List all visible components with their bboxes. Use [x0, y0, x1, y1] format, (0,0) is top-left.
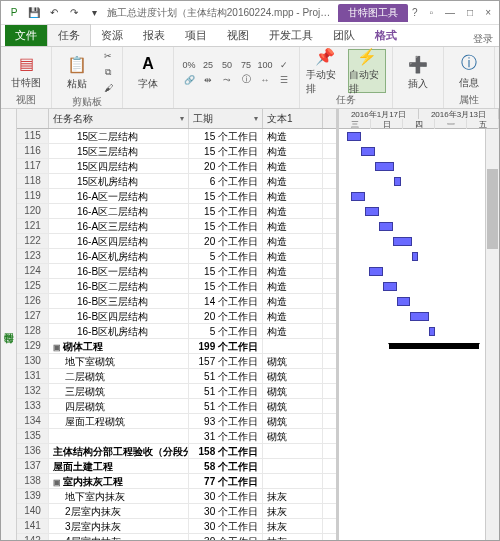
cell-name[interactable]: 15区机房结构 — [49, 174, 189, 188]
cell-duration[interactable]: 77 个工作日 — [189, 474, 263, 488]
cell-text1[interactable]: 砌筑 — [263, 369, 323, 383]
table-row[interactable]: 12816-B区机房结构5 个工作日构造 — [17, 324, 336, 339]
pct100-icon[interactable]: 100 — [256, 58, 274, 72]
link-icon[interactable]: 🔗 — [180, 73, 198, 87]
cell-duration[interactable]: 15 个工作日 — [189, 219, 263, 233]
copy-icon[interactable]: ⧉ — [100, 65, 116, 79]
cell-duration[interactable]: 199 个工作日 — [189, 339, 263, 353]
cell-text1[interactable] — [263, 474, 323, 488]
cell-name[interactable]: 16-B区机房结构 — [49, 324, 189, 338]
gantt-bar[interactable] — [383, 282, 397, 291]
manual-schedule-button[interactable]: 📌 手动安排 — [306, 49, 344, 93]
cell-name[interactable]: 16-B区二层结构 — [49, 279, 189, 293]
cell-name[interactable]: 屋面土建工程 — [49, 459, 189, 473]
cell-text1[interactable]: 构造 — [263, 174, 323, 188]
scrollbar-thumb[interactable] — [487, 169, 498, 249]
gantt-bar[interactable] — [351, 192, 365, 201]
tab-project[interactable]: 项目 — [175, 25, 217, 46]
cell-text1[interactable]: 抹灰 — [263, 489, 323, 503]
tab-report[interactable]: 报表 — [133, 25, 175, 46]
cell-text1[interactable]: 构造 — [263, 309, 323, 323]
table-row[interactable]: 12716-B区四层结构20 个工作日构造 — [17, 309, 336, 324]
info-button[interactable]: ⓘ 信息 — [450, 49, 488, 93]
cell-text1[interactable]: 构造 — [263, 144, 323, 158]
tab-dev[interactable]: 开发工具 — [259, 25, 323, 46]
close-icon[interactable]: × — [481, 7, 495, 18]
font-button[interactable]: A 字体 — [129, 50, 167, 94]
app-icon[interactable]: P — [5, 4, 23, 22]
expand-icon[interactable]: ▣ — [53, 478, 61, 487]
table-row[interactable]: 1424层室内抹灰30 个工作日抹灰 — [17, 534, 336, 540]
cell-name[interactable]: 16-A区三层结构 — [49, 219, 189, 233]
gantt-chart[interactable]: 2016年1月17日 2016年3月13日 三日四一五 — [339, 109, 499, 540]
col-header-name[interactable]: 任务名称▾ — [49, 109, 189, 128]
cell-text1[interactable]: 构造 — [263, 264, 323, 278]
cell-duration[interactable]: 51 个工作日 — [189, 384, 263, 398]
cell-name[interactable]: 地下室砌筑 — [49, 354, 189, 368]
tab-view[interactable]: 视图 — [217, 25, 259, 46]
format-painter-icon[interactable]: 🖌 — [100, 81, 116, 95]
cell-duration[interactable]: 30 个工作日 — [189, 534, 263, 540]
cell-duration[interactable]: 51 个工作日 — [189, 369, 263, 383]
qat-dropdown-icon[interactable]: ▾ — [85, 4, 103, 22]
vertical-scrollbar[interactable] — [485, 129, 499, 540]
table-row[interactable]: 12216-A区四层结构20 个工作日构造 — [17, 234, 336, 249]
gantt-bar[interactable] — [379, 222, 393, 231]
cell-duration[interactable]: 15 个工作日 — [189, 204, 263, 218]
cell-text1[interactable]: 构造 — [263, 249, 323, 263]
cell-text1[interactable] — [263, 339, 323, 353]
cell-name[interactable]: 3层室内抹灰 — [49, 519, 189, 533]
table-body[interactable]: 11515区二层结构15 个工作日构造11615区三层结构15 个工作日构造11… — [17, 129, 336, 540]
cell-text1[interactable]: 砌筑 — [263, 384, 323, 398]
table-row[interactable]: 130地下室砌筑157 个工作日砌筑 — [17, 354, 336, 369]
cell-name[interactable]: 15区二层结构 — [49, 129, 189, 143]
mark-icon[interactable]: ✓ — [275, 58, 293, 72]
cell-name[interactable] — [49, 429, 189, 443]
pct0-icon[interactable]: 0% — [180, 58, 198, 72]
table-row[interactable]: 11715区四层结构20 个工作日构造 — [17, 159, 336, 174]
table-row[interactable]: 138▣室内抹灰工程77 个工作日 — [17, 474, 336, 489]
cell-text1[interactable] — [263, 444, 323, 458]
table-row[interactable]: 136主体结构分部工程验收（分段分层）158 个工作日 — [17, 444, 336, 459]
tab-format[interactable]: 格式 — [365, 25, 407, 46]
table-row[interactable]: 11815区机房结构6 个工作日构造 — [17, 174, 336, 189]
tab-team[interactable]: 团队 — [323, 25, 365, 46]
cell-text1[interactable]: 构造 — [263, 294, 323, 308]
cell-name[interactable]: 地下室内抹灰 — [49, 489, 189, 503]
gantt-bar[interactable] — [375, 162, 394, 171]
cell-name[interactable]: 16-A区四层结构 — [49, 234, 189, 248]
undo-icon[interactable]: ↶ — [45, 4, 63, 22]
dropdown-icon[interactable]: ▾ — [180, 114, 184, 123]
cell-name[interactable]: 16-B区四层结构 — [49, 309, 189, 323]
cell-duration[interactable]: 6 个工作日 — [189, 174, 263, 188]
cell-text1[interactable]: 构造 — [263, 204, 323, 218]
cell-text1[interactable]: 抹灰 — [263, 519, 323, 533]
cell-name[interactable]: 16-A区一层结构 — [49, 189, 189, 203]
table-row[interactable]: 133四层砌筑51 个工作日砌筑 — [17, 399, 336, 414]
unlink-icon[interactable]: ⇹ — [199, 73, 217, 87]
cell-text1[interactable] — [263, 459, 323, 473]
redo-icon[interactable]: ↷ — [65, 4, 83, 22]
gantt-bar[interactable] — [429, 327, 435, 336]
col-header-duration[interactable]: 工期▾ — [189, 109, 263, 128]
gantt-bar[interactable] — [394, 177, 401, 186]
cell-text1[interactable]: 抹灰 — [263, 534, 323, 540]
split-icon[interactable]: ⤳ — [218, 73, 236, 87]
gantt-bar[interactable] — [347, 132, 361, 141]
cell-text1[interactable]: 构造 — [263, 234, 323, 248]
cell-text1[interactable]: 构造 — [263, 129, 323, 143]
table-row[interactable]: 11515区二层结构15 个工作日构造 — [17, 129, 336, 144]
cell-duration[interactable]: 30 个工作日 — [189, 504, 263, 518]
mode-icon[interactable]: ☰ — [275, 73, 293, 87]
cell-duration[interactable]: 15 个工作日 — [189, 189, 263, 203]
cell-name[interactable]: 2层室内抹灰 — [49, 504, 189, 518]
cell-name[interactable]: 屋面工程砌筑 — [49, 414, 189, 428]
expand-icon[interactable]: ▣ — [53, 343, 61, 352]
cell-text1[interactable]: 构造 — [263, 279, 323, 293]
cell-name[interactable]: 16-A区二层结构 — [49, 204, 189, 218]
cell-name[interactable]: 三层砌筑 — [49, 384, 189, 398]
cell-name[interactable]: 主体结构分部工程验收（分段分层） — [49, 444, 189, 458]
cut-icon[interactable]: ✂ — [100, 49, 116, 63]
gantt-view-button[interactable]: ▤ 甘特图 — [7, 49, 45, 93]
login-link[interactable]: 登录 — [473, 32, 493, 46]
